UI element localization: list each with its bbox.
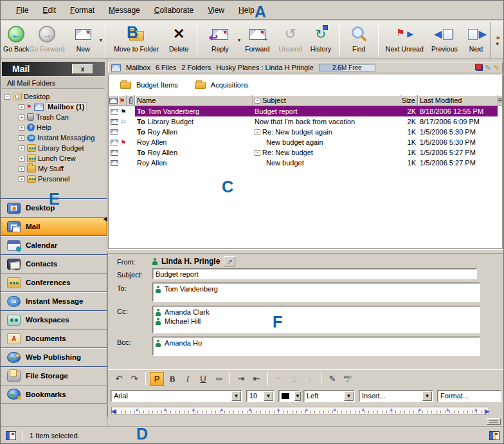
tree-item-desktop[interactable]: − Desktop — [1, 91, 107, 102]
ruler-track[interactable]: ◀ ▲▲ ▲▲ ▲▲ ▲▲ ▲▲ ▲▲ ▲ ▶ — [111, 407, 489, 414]
expand-expander-icon[interactable]: + — [19, 135, 24, 141]
bold-button[interactable]: B — [165, 372, 179, 386]
paragraph-button[interactable]: P — [150, 372, 164, 386]
horizontal-rule-button[interactable]: ⊥ — [287, 372, 302, 386]
message-row[interactable]: ⚑ ToTom Vanderberg Budget report 2K 8/18… — [109, 106, 502, 116]
display-settings-icon[interactable] — [475, 64, 483, 71]
folder-tab-acquisitions[interactable]: Acquisitions — [195, 81, 249, 89]
expand-expander-icon[interactable]: + — [19, 166, 24, 172]
previous-button[interactable]: Previous — [428, 22, 462, 58]
quote-button[interactable]: «» — [212, 372, 226, 386]
sidebar-item-mail[interactable]: Mail — [1, 217, 107, 236]
expand-expander-icon[interactable]: + — [19, 176, 24, 182]
next-button[interactable]: Next — [462, 22, 491, 58]
flag-column-header[interactable]: ⚑ — [118, 95, 127, 106]
font-select[interactable]: Arial ▼ — [111, 390, 242, 402]
insert-anchor-button[interactable]: ↓ — [303, 372, 317, 386]
message-row[interactable]: Roy Allen New budget 1K 1/5/2006 5:27 PM — [109, 158, 502, 168]
sidebar-collapse-arrow[interactable]: ◀ — [103, 216, 107, 222]
item-type-column-header[interactable] — [109, 95, 118, 106]
bullet-list-button[interactable]: ┄ — [272, 372, 286, 386]
tree-item-trash-can[interactable]: + Trash Can — [1, 112, 107, 122]
collapse-thread-icon[interactable]: − — [255, 129, 260, 135]
panel-close-button[interactable]: x — [72, 64, 93, 74]
handwriting-button[interactable]: ✎ — [325, 372, 339, 386]
subject-input[interactable]: Budget report — [152, 268, 477, 279]
history-button[interactable]: ↻ History — [305, 22, 336, 58]
panel-toggle-icon[interactable] — [6, 431, 16, 440]
forward-button[interactable]: → Forward — [240, 22, 275, 58]
new-button[interactable]: New ▾ — [65, 22, 102, 58]
message-row[interactable]: ToRoy Allen −Re: New budget again 1K 1/5… — [109, 127, 502, 137]
tree-item-my-stuff[interactable]: + My Stuff — [1, 163, 107, 174]
menu-file[interactable]: File — [10, 4, 35, 17]
column-menu-button[interactable]: ≡ — [498, 95, 502, 106]
attachment-column-header[interactable] — [127, 95, 135, 106]
expand-expander-icon[interactable]: + — [19, 115, 24, 120]
go-forward-button[interactable]: Go Forward — [29, 22, 64, 58]
collapse-expander-icon[interactable]: − — [4, 94, 10, 100]
tree-item-mailbox[interactable]: + ⚑ Mailbox (1) — [1, 102, 107, 112]
alignment-select[interactable]: Left ▼ — [303, 390, 355, 402]
menu-collaborate[interactable]: Collaborate — [148, 4, 200, 17]
collapse-thread-icon[interactable]: − — [255, 150, 260, 156]
sidebar-item-workspaces[interactable]: Workspaces — [1, 310, 107, 329]
menu-message[interactable]: Message — [102, 4, 147, 17]
sidebar-item-calendar[interactable]: Calendar — [1, 236, 107, 254]
message-row[interactable]: ToRoy Allen −Re: New budget 1K 1/5/2006 … — [109, 147, 502, 158]
menu-format[interactable]: Format — [64, 4, 101, 17]
modified-column-header[interactable]: Last Modified — [418, 95, 498, 106]
reply-button[interactable]: ↩ Reply ▾ — [201, 22, 240, 58]
sidebar-item-contacts[interactable]: Contacts — [1, 254, 107, 273]
sidebar-item-documents[interactable]: A Documents — [1, 329, 107, 347]
redo-button[interactable]: ↷ — [127, 372, 141, 386]
sidebar-item-bookmarks[interactable]: Bookmarks — [1, 385, 107, 403]
unsend-button[interactable]: ↺ Unsend — [275, 22, 305, 58]
tree-item-instant-messaging[interactable]: + 33 Instant Messaging — [1, 133, 107, 143]
format-select[interactable]: Format... — [437, 390, 501, 402]
italic-button[interactable]: I — [181, 372, 195, 386]
cc-field[interactable]: Amanda Clark Michael Hill — [152, 306, 480, 333]
expand-expander-icon[interactable]: + — [19, 125, 24, 131]
pencil-icon[interactable]: ✎ — [485, 64, 491, 71]
sidebar-item-instant-message[interactable]: 33 Instant Message — [1, 291, 107, 310]
message-row[interactable]: ⚑ Roy Allen New budget again 1K 1/5/2006… — [109, 137, 502, 147]
address-book-button[interactable]: ↗ — [224, 256, 235, 266]
tree-item-personnel[interactable]: + Personnel — [1, 174, 107, 184]
all-mail-folders-header[interactable]: All Mail Folders — [2, 77, 105, 89]
underline-button[interactable]: U — [196, 372, 210, 386]
insert-select[interactable]: Insert... ▼ — [359, 390, 433, 402]
edit-pencil-icon[interactable]: ✎ — [494, 64, 500, 71]
find-button[interactable]: Find — [343, 22, 375, 58]
right-margin-marker[interactable]: ▶ — [485, 408, 489, 414]
menu-view[interactable]: View — [201, 4, 231, 17]
font-color-select[interactable]: ▼ — [278, 390, 300, 402]
indent-decrease-button[interactable]: ⇤ — [249, 372, 264, 386]
summary-panel-icon[interactable] — [489, 431, 500, 440]
to-field[interactable]: Tom Vandenberg — [152, 282, 480, 302]
tree-item-help[interactable]: + ? Help — [1, 122, 107, 133]
message-row[interactable]: ⚐ ToLibrary Budget Now that I'm back fro… — [109, 116, 502, 127]
name-column-header[interactable]: Name — [135, 95, 253, 106]
expand-expander-icon[interactable]: + — [19, 156, 24, 162]
expand-expander-icon[interactable]: + — [19, 104, 24, 110]
new-dropdown-arrow[interactable]: ▾ — [100, 37, 102, 43]
subject-column-header[interactable]: − Subject — [253, 95, 401, 106]
tree-item-lunch-crew[interactable]: + Lunch Crew — [1, 153, 107, 163]
next-unread-button[interactable]: Next Unread — [382, 22, 428, 58]
go-back-button[interactable]: Go Back — [3, 22, 29, 58]
left-margin-marker[interactable]: ◀ — [111, 408, 116, 414]
expand-expander-icon[interactable]: + — [19, 145, 24, 151]
folder-tab-budget-items[interactable]: Budget Items — [120, 81, 178, 89]
size-column-header[interactable]: Size — [401, 95, 418, 106]
collapse-all-threads-icon[interactable]: − — [255, 98, 260, 104]
font-size-select[interactable]: 10 ▼ — [246, 390, 274, 402]
delete-button[interactable]: ✕ Delete — [165, 22, 194, 58]
sidebar-item-conferences[interactable]: Conferences — [1, 273, 107, 291]
tree-item-library-budget[interactable]: + Library Budget — [1, 143, 107, 153]
sidebar-item-file-storage[interactable]: File Storage — [1, 366, 107, 385]
list-preview-splitter[interactable] — [107, 249, 504, 254]
menu-edit[interactable]: Edit — [36, 4, 62, 17]
spell-check-button[interactable]: ABC✓ — [341, 372, 355, 386]
bcc-field[interactable]: Amanda Ho — [152, 337, 480, 356]
